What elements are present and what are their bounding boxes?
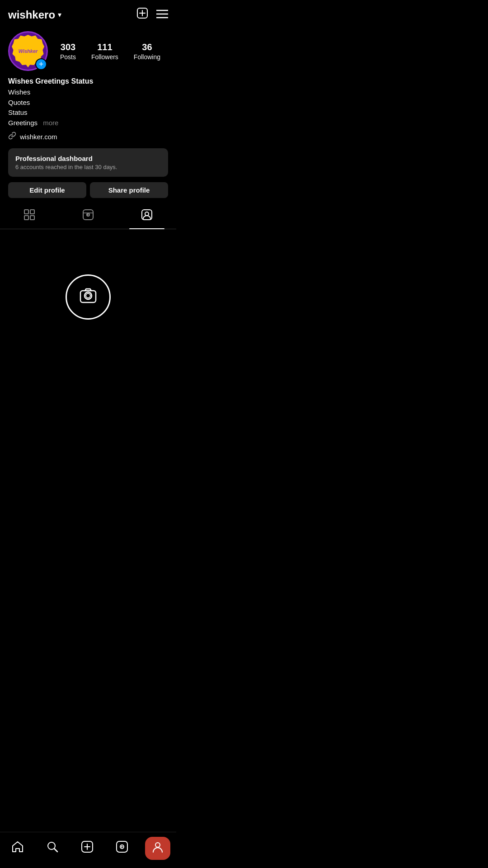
avatar-wrap: Wishker + [8, 31, 48, 71]
website-link[interactable]: wishker.com [8, 132, 168, 142]
header-right [136, 7, 168, 22]
account-name[interactable]: wishkero [8, 9, 55, 21]
header-left: wishkero ▾ [8, 9, 61, 21]
home-icon [11, 840, 24, 856]
svg-rect-8 [24, 216, 28, 220]
svg-point-27 [155, 843, 160, 847]
profile-stats: 303 Posts 111 Followers 36 Following [52, 42, 168, 61]
nav-profile[interactable] [145, 837, 170, 860]
reels-tab[interactable] [59, 203, 117, 229]
header: wishkero ▾ [0, 0, 176, 27]
grid-tab[interactable] [0, 203, 59, 229]
bottom-nav [0, 832, 176, 868]
profile-name: Wishes Greetings Status [8, 77, 168, 85]
tagged-tab[interactable] [117, 203, 176, 229]
followers-stat[interactable]: 111 Followers [91, 42, 118, 61]
share-profile-button[interactable]: Share profile [90, 182, 168, 198]
grid-icon [23, 209, 35, 223]
posts-stat[interactable]: 303 Posts [60, 42, 76, 61]
nav-home[interactable] [6, 839, 29, 858]
nav-search[interactable] [41, 839, 64, 858]
tagged-icon [141, 209, 153, 223]
profile-nav-icon [151, 840, 164, 856]
nav-reels[interactable] [110, 839, 134, 858]
hamburger-icon[interactable] [156, 8, 168, 22]
following-count: 36 [142, 42, 152, 52]
account-switcher-icon[interactable]: ▾ [58, 10, 61, 19]
action-buttons: Edit profile Share profile [8, 182, 168, 198]
dashboard-subtitle: 6 accounts reached in the last 30 days. [15, 164, 161, 170]
content-tabs [0, 203, 176, 229]
add-square-icon[interactable] [136, 7, 148, 22]
svg-marker-26 [121, 846, 123, 848]
website-url: wishker.com [20, 133, 57, 141]
empty-state-icon [66, 274, 111, 320]
nav-add[interactable] [75, 839, 99, 858]
reels-icon [82, 209, 94, 223]
profile-top: Wishker + 303 Posts 111 Followers 36 Fol… [8, 31, 168, 71]
bio-line-3: Status [8, 108, 168, 118]
followers-label: Followers [91, 53, 118, 61]
following-stat[interactable]: 36 Following [134, 42, 160, 61]
bio-line-1: Wishes [8, 87, 168, 98]
svg-point-15 [145, 212, 149, 216]
bio-more-button[interactable]: more [43, 119, 58, 127]
professional-dashboard[interactable]: Professional dashboard 6 accounts reache… [8, 148, 168, 177]
add-nav-icon [81, 840, 94, 856]
edit-profile-button[interactable]: Edit profile [8, 182, 86, 198]
link-icon [8, 132, 16, 142]
reels-nav-icon [116, 840, 128, 856]
search-icon [46, 840, 59, 856]
svg-rect-7 [30, 210, 34, 214]
camera-icon [77, 283, 99, 311]
posts-count: 303 [61, 42, 75, 52]
following-label: Following [134, 53, 160, 61]
bio-line-4: Greetings more [8, 118, 168, 128]
content-area [0, 229, 176, 365]
followers-count: 111 [97, 42, 112, 52]
profile-section: Wishker + 303 Posts 111 Followers 36 Fol… [0, 27, 176, 198]
svg-point-18 [86, 293, 90, 298]
svg-rect-9 [30, 216, 34, 220]
bio-line-2: Quotes [8, 98, 168, 108]
dashboard-title: Professional dashboard [15, 155, 161, 162]
posts-label: Posts [60, 53, 76, 61]
svg-line-20 [54, 849, 57, 852]
svg-marker-13 [87, 214, 89, 216]
add-story-button[interactable]: + [35, 58, 47, 70]
svg-rect-6 [24, 210, 28, 214]
